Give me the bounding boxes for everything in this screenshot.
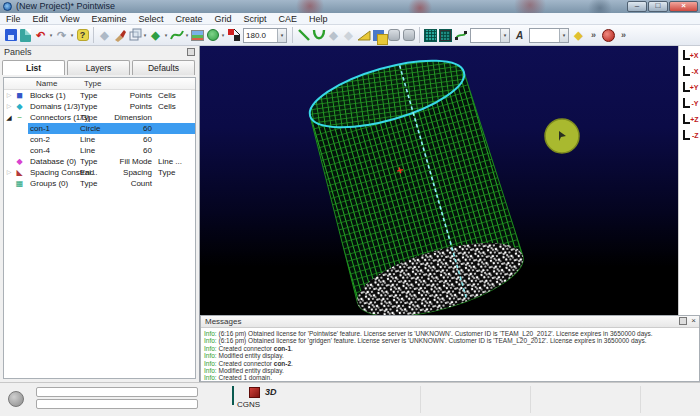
overflow2-icon[interactable]: »: [616, 27, 631, 43]
close-button[interactable]: ×: [669, 1, 698, 12]
mask-icon[interactable]: [205, 27, 220, 43]
maximize-button[interactable]: □: [648, 1, 668, 12]
messages-pin-icon[interactable]: [679, 317, 687, 325]
tree-row-con-2[interactable]: con-2Line60: [4, 134, 195, 145]
menu-script[interactable]: Script: [237, 13, 272, 24]
undo-icon[interactable]: ↶: [33, 27, 48, 43]
dimension-letter-icon[interactable]: A: [512, 27, 527, 43]
line-tool-icon[interactable]: [296, 27, 311, 43]
arc-tool-icon[interactable]: [311, 27, 326, 43]
message-line: Info: Modified entity display.: [204, 367, 696, 374]
display-viewport[interactable]: [200, 46, 678, 315]
menu-cae[interactable]: CAE: [272, 13, 303, 24]
average-spacing-combo[interactable]: ▾: [529, 28, 569, 43]
menu-create[interactable]: Create: [169, 13, 208, 24]
hand2-icon[interactable]: [401, 27, 416, 43]
tree-row-con-4[interactable]: con-4Line60: [4, 145, 195, 156]
view-rotate-icon[interactable]: [226, 27, 241, 43]
cell-c4: Cells: [158, 101, 176, 112]
new-file-icon[interactable]: [18, 27, 33, 43]
expander-icon[interactable]: ▷: [4, 167, 14, 178]
diamond-green-icon[interactable]: ◆: [148, 27, 163, 43]
message-line: Info: (6:16 pm) Obtained license for 'gr…: [204, 337, 696, 344]
view-axis-+Z-button[interactable]: +Z: [681, 112, 699, 127]
messages-panel: Messages × Info: (6:16 pm) Obtained lice…: [200, 315, 700, 382]
help-icon[interactable]: ?: [75, 27, 90, 43]
curve-icon[interactable]: [169, 27, 184, 43]
status-bar: 3D CGNS: [0, 382, 700, 416]
progress-field-1: [36, 387, 198, 397]
tab-defaults[interactable]: Defaults: [132, 60, 195, 75]
tree-row-con-1[interactable]: con-1Circle60: [4, 123, 195, 134]
row-gutter: [4, 123, 28, 134]
connector-dimension-icon[interactable]: [453, 27, 468, 43]
connector-dimension-combo[interactable]: ▾: [470, 28, 510, 43]
view-axis--X-button[interactable]: -X: [681, 64, 699, 79]
view-axis--Z-button[interactable]: -Z: [681, 128, 699, 143]
cell-c-name: Blocks (1): [30, 90, 66, 101]
image-icon[interactable]: [190, 27, 205, 43]
minimize-button[interactable]: –: [627, 1, 647, 12]
cell-c3: Points: [94, 101, 152, 112]
tree-row-Domains (1/3)[interactable]: ▷◆Domains (1/3)TypePointsCells: [4, 101, 195, 112]
wedge-icon[interactable]: [356, 27, 371, 43]
expander-icon[interactable]: ▷: [4, 90, 14, 101]
cell-c3: Points: [94, 90, 152, 101]
expander-icon[interactable]: ◢: [4, 112, 14, 123]
column-name[interactable]: Name: [36, 79, 57, 88]
grid-smooth-icon[interactable]: [438, 27, 453, 43]
view-axis-+X-button[interactable]: +X: [681, 48, 699, 63]
cell-c-name: con-1: [30, 123, 50, 134]
row-gutter: [4, 145, 28, 156]
menu-select[interactable]: Select: [132, 13, 169, 24]
menu-help[interactable]: Help: [303, 13, 334, 24]
diamond-gray-icon[interactable]: ◆: [326, 27, 341, 43]
diamond-gray2-icon[interactable]: ◆: [341, 27, 356, 43]
axis-l-icon: [683, 82, 690, 92]
tree-row-Blocks (1)[interactable]: ▷◼Blocks (1)TypePointsCells: [4, 90, 195, 101]
cube-icon[interactable]: [127, 27, 142, 43]
messages-close-icon[interactable]: ×: [691, 317, 696, 325]
menu-file[interactable]: File: [0, 13, 27, 24]
rotation-angle-combo[interactable]: 180.0▾: [243, 28, 287, 43]
overflow-icon[interactable]: »: [586, 27, 601, 43]
combo-caret-icon: ▾: [277, 29, 286, 42]
cell-c-name: Groups (0): [30, 178, 68, 189]
assemble-icon[interactable]: [371, 27, 386, 43]
cell-c3: 60: [94, 145, 152, 156]
tab-layers[interactable]: Layers: [67, 60, 130, 75]
menu-edit[interactable]: Edit: [27, 13, 55, 24]
tree-row-Database (0)[interactable]: ◆Database (0)TypeFill ModeLine ...: [4, 156, 195, 167]
expander-icon[interactable]: ▷: [4, 101, 14, 112]
cell-c3: Count: [94, 178, 152, 189]
cell-c3: Dimension: [94, 112, 152, 123]
column-type[interactable]: Type: [84, 79, 101, 88]
view-axis--Y-button[interactable]: -Y: [681, 96, 699, 111]
save-icon[interactable]: [3, 27, 18, 43]
extrude-icon[interactable]: ◆: [571, 27, 586, 43]
grid-solve-icon[interactable]: [423, 27, 438, 43]
tree-row-Connectors (1/3)[interactable]: ◢~Connectors (1/3)TypeDimension: [4, 112, 195, 123]
view-axis-+Y-button[interactable]: +Y: [681, 80, 699, 95]
messages-header[interactable]: Messages ×: [201, 316, 699, 328]
gem-icon[interactable]: ◆: [97, 27, 112, 43]
tree-row-Spacing Constrai...[interactable]: ▷◣Spacing Constrai...EndSpacingType: [4, 167, 195, 178]
tab-list[interactable]: List: [2, 60, 65, 75]
menu-examine[interactable]: Examine: [85, 13, 132, 24]
cae-format-label: CGNS: [237, 400, 260, 409]
menu-view[interactable]: View: [54, 13, 85, 24]
paintbrush-icon[interactable]: [112, 27, 127, 43]
examine-icon[interactable]: [601, 27, 616, 43]
list-column-header[interactable]: Name Type: [4, 78, 195, 90]
cell-c2: End: [80, 167, 94, 178]
menu-grid[interactable]: Grid: [208, 13, 237, 24]
redo-icon[interactable]: ↷: [54, 27, 69, 43]
cell-c-name: con-4: [30, 145, 50, 156]
tree-row-Groups (0)[interactable]: ▦Groups (0)TypeCount: [4, 178, 195, 189]
spacing-constraints-icon: ◣: [14, 167, 25, 178]
axis-l-icon: [683, 114, 690, 124]
messages-body[interactable]: Info: (6:16 pm) Obtained license for 'Po…: [201, 328, 699, 384]
row-gutter: ▷◼: [4, 90, 28, 101]
hand-icon[interactable]: [386, 27, 401, 43]
pin-icon[interactable]: [187, 48, 195, 56]
